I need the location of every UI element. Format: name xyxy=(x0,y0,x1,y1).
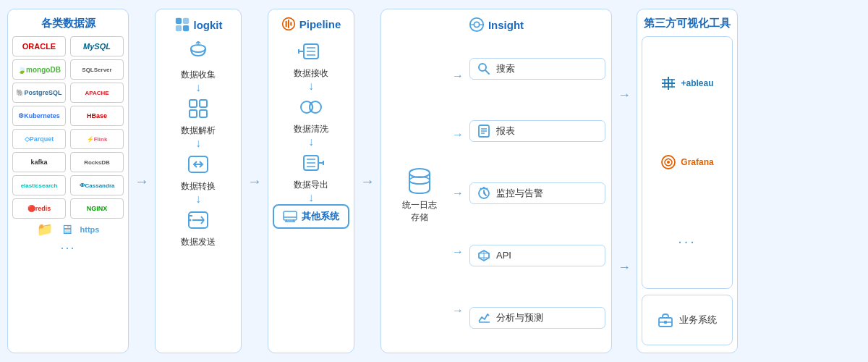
svg-point-31 xyxy=(474,22,479,27)
arrow-to-bottom: → xyxy=(618,260,631,275)
third-party-dots: ··· xyxy=(678,233,697,250)
svg-line-45 xyxy=(480,188,481,189)
pipeline-arrow-3: ↓ xyxy=(308,192,314,203)
pipeline-arrow-1: ↓ xyxy=(308,80,314,92)
receive-icon xyxy=(297,37,326,66)
insight-arrow-2: → xyxy=(452,128,464,141)
grafana-label: Grafana xyxy=(681,157,713,167)
third-party-title-text: 第三方可视化工具 xyxy=(644,17,731,30)
sources-title: 各类数据源 xyxy=(41,17,95,30)
redis-source: 🔴redis xyxy=(12,198,66,219)
pipeline-title: Pipeline xyxy=(281,17,341,31)
svg-rect-7 xyxy=(190,110,197,117)
logkit-panel: logkit 数据收集 ↓ 数据解析 ↓ xyxy=(155,9,242,353)
parquet-source: ◇Parquet xyxy=(12,129,66,149)
feature-monitor: 监控与告警 xyxy=(469,182,605,204)
rocksdb-source: RocksDB xyxy=(70,152,124,172)
analysis-feature-label: 分析与预测 xyxy=(496,311,543,324)
insight-features: 搜索 报表 监控与告警 xyxy=(464,40,605,347)
insight-arrows: → → → → → xyxy=(452,40,464,347)
clean-label: 数据清洗 xyxy=(294,123,328,135)
third-party-tools-panel: +ableau Grafana ··· xyxy=(642,36,733,289)
source-bottom: 📁 🖥 https xyxy=(37,222,100,237)
clean-icon xyxy=(297,93,326,122)
search-feature-icon xyxy=(477,62,490,75)
svg-rect-2 xyxy=(175,25,181,31)
send-label: 数据发送 xyxy=(181,236,216,248)
logkit-title-text: logkit xyxy=(194,19,223,31)
server-icon: 🖥 xyxy=(60,222,73,237)
third-party-panel: 第三方可视化工具 +ableau Grafana ··· xyxy=(637,9,738,353)
svg-rect-3 xyxy=(182,25,188,31)
pipeline-panel: Pipeline 数据接收 ↓ 数据清洗 ↓ xyxy=(268,9,354,353)
svg-rect-8 xyxy=(200,110,207,117)
https-label: https xyxy=(80,225,100,234)
sources-panel: 各类数据源 ORACLE MySQL 🍃mongoDB SQLServer 🐘P… xyxy=(7,9,129,353)
pipeline-step-clean: 数据清洗 xyxy=(273,93,349,135)
monitor-feature-label: 监控与告警 xyxy=(496,187,543,200)
flink-source: ⚡Flink xyxy=(70,129,124,149)
svg-rect-1 xyxy=(182,18,188,24)
k8s-source: ⚙Kubernetes xyxy=(12,106,66,126)
source-grid: ORACLE MySQL 🍃mongoDB SQLServer 🐘Postgre… xyxy=(12,36,124,219)
sources-title-text: 各类数据源 xyxy=(41,17,95,30)
nginx-source: NGINX xyxy=(70,198,124,219)
logkit-arrow-2: ↓ xyxy=(195,138,201,149)
api-feature-icon xyxy=(477,249,490,262)
pg-source: 🐘PostgreSQL xyxy=(12,83,66,103)
collect-label: 数据收集 xyxy=(181,69,216,81)
parse-icon xyxy=(184,94,213,123)
grafana-icon xyxy=(660,154,676,170)
export-label: 数据导出 xyxy=(294,179,328,191)
svg-point-11 xyxy=(190,219,192,222)
export-icon xyxy=(297,148,326,177)
logkit-arrow-1: ↓ xyxy=(195,82,201,93)
svg-point-54 xyxy=(667,161,670,164)
apache-source: APACHE xyxy=(70,83,124,103)
insight-title: Insight xyxy=(469,17,524,33)
feature-analysis: 分析与预测 xyxy=(469,307,605,329)
third-party-title: 第三方可视化工具 xyxy=(644,17,731,30)
pipeline-step-export: 数据导出 xyxy=(273,148,349,191)
logkit-arrow-3: ↓ xyxy=(195,193,201,205)
insight-title-text: Insight xyxy=(488,19,524,31)
tableau-item: +ableau xyxy=(660,75,713,91)
svg-point-34 xyxy=(409,169,430,177)
logkit-step-send: 数据发送 xyxy=(160,206,237,248)
receive-label: 数据接收 xyxy=(294,67,328,80)
sqlserver-source: SQLServer xyxy=(70,59,124,80)
arrow-sources-logkit: → xyxy=(135,173,149,190)
search-feature-label: 搜索 xyxy=(496,62,515,75)
other-systems-box: 其他系统 xyxy=(273,204,349,229)
send-icon xyxy=(184,206,213,235)
svg-point-4 xyxy=(191,45,205,52)
storage-label: 统一日志存储 xyxy=(402,199,437,224)
insight-storage: 统一日志存储 xyxy=(387,40,452,347)
insight-content: 统一日志存储 → → → → → 搜索 xyxy=(387,40,605,347)
mysql-source: MySQL xyxy=(70,36,124,56)
mongo-source: 🍃mongoDB xyxy=(12,59,66,80)
insight-arrow-1: → xyxy=(452,70,464,83)
logkit-title: logkit xyxy=(174,17,223,33)
business-icon xyxy=(658,312,673,328)
hbase-source: HBase xyxy=(70,106,124,126)
tableau-icon xyxy=(660,75,676,91)
insight-logo-icon xyxy=(469,17,485,33)
svg-rect-57 xyxy=(664,321,667,324)
feature-search: 搜索 xyxy=(469,58,605,80)
business-label: 业务系统 xyxy=(679,313,717,327)
analysis-feature-icon xyxy=(477,311,490,324)
transform-label: 数据转换 xyxy=(181,180,216,193)
feature-report: 报表 xyxy=(469,120,605,142)
svg-rect-25 xyxy=(284,211,297,220)
report-feature-icon xyxy=(477,125,490,138)
pipeline-logo-icon xyxy=(281,17,296,31)
oracle-source: ORACLE xyxy=(12,36,66,56)
api-feature-label: API xyxy=(496,250,511,261)
arrow-to-top: → xyxy=(618,88,631,103)
arrow-pipeline-insight: → xyxy=(360,173,375,190)
logkit-step-collect: 数据收集 xyxy=(160,38,237,81)
logkit-logo-icon xyxy=(174,17,190,33)
svg-rect-6 xyxy=(200,100,207,107)
pipeline-title-text: Pipeline xyxy=(299,18,341,30)
